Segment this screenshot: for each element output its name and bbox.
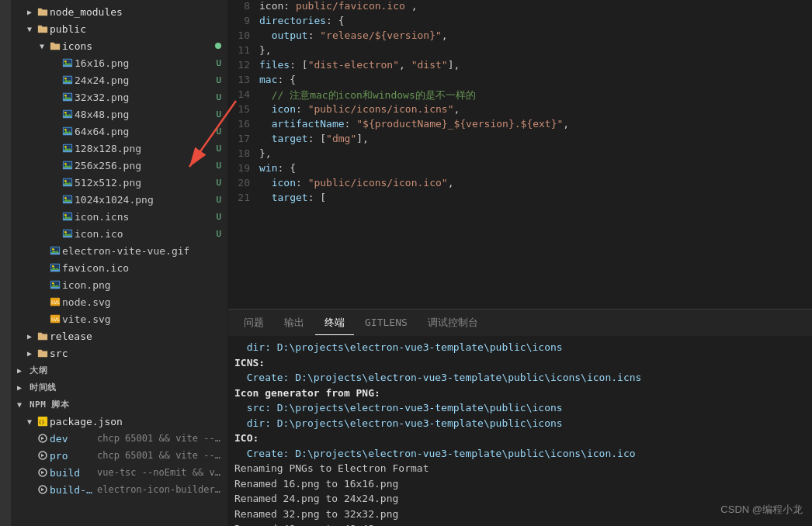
file-label: 24x24.png	[75, 74, 213, 86]
tree-item-24x24[interactable]: 24x24.pngU	[11, 71, 227, 88]
git-badge: U	[216, 144, 221, 154]
code-line-20: 20 icon: "public/icons/icon.ico",	[228, 177, 812, 192]
tree-item-node_modules[interactable]: ▶node_modules	[11, 3, 227, 20]
tree-item-icon_icns[interactable]: icon.icnsU	[11, 208, 227, 225]
folder-arrow: ▶	[23, 332, 36, 341]
tree-item-64x64[interactable]: 64x64.pngU	[11, 123, 227, 140]
script-cmd: vue-tsc --noEmit && vite build && electr…	[97, 467, 221, 478]
dot-badge	[215, 43, 221, 49]
tree-item-node_svg[interactable]: SVGnode.svg	[11, 293, 227, 310]
tree-item-icon_png[interactable]: icon.png	[11, 276, 227, 293]
line-code: win: {	[259, 162, 296, 174]
timeline-arrow: ▶	[17, 383, 26, 392]
tree-item-32x32[interactable]: 32x32.pngU	[11, 88, 227, 106]
sidebar-tree: ▶node_modules▼public▼icons16x16.pngU24x2…	[11, 0, 227, 526]
tree-item-release[interactable]: ▶release	[11, 327, 227, 344]
file-icon-png	[61, 124, 75, 138]
npm-package-json[interactable]: ▼ {} package.json	[11, 413, 227, 430]
file-label: public	[50, 23, 221, 35]
activity-bar	[0, 0, 11, 526]
file-label: electron-vite-vue.gif	[62, 245, 221, 257]
tab-terminal[interactable]: 终端	[315, 311, 354, 335]
npm-script-pro[interactable]: pro chcp 65001 && vite --mode production	[11, 447, 227, 464]
file-icon-folder	[36, 346, 50, 360]
file-label: src	[50, 348, 221, 359]
tree-item-vite_svg[interactable]: SVGvite.svg	[11, 310, 227, 327]
npm-script-build[interactable]: build vue-tsc --noEmit && vite build && …	[11, 464, 227, 481]
file-icon-png	[61, 73, 75, 87]
file-icon-ico	[61, 227, 75, 241]
npm-script-dev[interactable]: dev chcp 65001 && vite --mode developmen…	[11, 430, 227, 447]
line-number: 15	[234, 103, 259, 115]
terminal-line: src: D:\projects\electron-vue3-template\…	[234, 400, 806, 416]
file-label: 1024x1024.png	[75, 194, 213, 206]
git-badge: U	[216, 58, 221, 68]
tree-item-1024x1024[interactable]: 1024x1024.pngU	[11, 191, 227, 208]
terminal-line: Icon generator from PNG:	[234, 386, 806, 401]
code-line-17: 17 target: ["dmg"],	[228, 133, 812, 147]
line-number: 8	[234, 0, 259, 12]
tree-item-256x256[interactable]: 256x256.pngU	[11, 157, 227, 174]
tree-item-src[interactable]: ▶src	[11, 344, 227, 362]
folder-arrow: ▼	[23, 25, 36, 33]
code-line-9: 9directories: {	[228, 15, 812, 29]
line-number: 11	[234, 44, 259, 56]
git-badge: U	[216, 75, 221, 85]
terminal-line: dir: D:\projects\electron-vue3-template\…	[234, 416, 806, 431]
script-cmd: chcp 65001 && vite --mode production	[97, 450, 221, 461]
file-icon-png	[61, 90, 75, 104]
tree-item-512x512[interactable]: 512x512.pngU	[11, 174, 227, 191]
tab-debug[interactable]: 调试控制台	[418, 311, 488, 335]
git-badge: U	[216, 109, 221, 119]
tree-item-16x16[interactable]: 16x16.pngU	[11, 54, 227, 71]
panel: 问题 输出 终端 GITLENS 调试控制台 dir: D:\projects\…	[228, 309, 812, 526]
tree-item-public[interactable]: ▼public	[11, 20, 227, 37]
script-name: dev	[50, 433, 94, 445]
script-name: build	[50, 467, 94, 479]
svg-text:SVG: SVG	[51, 317, 60, 322]
tab-problems[interactable]: 问题	[234, 311, 273, 335]
line-code: mac: {	[259, 74, 296, 85]
file-label: icon.ico	[75, 228, 213, 240]
line-number: 16	[234, 118, 259, 130]
line-number: 21	[234, 192, 259, 203]
terminal-line: dir: D:\projects\electron-vue3-template\…	[234, 340, 806, 355]
script-name: build-icon	[50, 484, 94, 496]
outline-section[interactable]: ▶ 大纲	[11, 362, 227, 379]
tree-item-electron_vite_vue[interactable]: electron-vite-vue.gif	[11, 242, 227, 259]
line-number: 9	[234, 15, 259, 26]
file-label: 512x512.png	[75, 177, 213, 189]
line-code: files: ["dist-electron", "dist"],	[259, 59, 460, 71]
file-icon-png	[48, 278, 62, 292]
tree-item-48x48[interactable]: 48x48.pngU	[11, 106, 227, 123]
tree-item-favicon_ico[interactable]: favicon.ico	[11, 259, 227, 276]
npm-script-build-icon[interactable]: build-icon electron-icon-builder --input…	[11, 481, 227, 498]
tree-item-icons[interactable]: ▼icons	[11, 37, 227, 54]
tab-output[interactable]: 输出	[275, 311, 314, 335]
line-number: 17	[234, 133, 259, 144]
terminal-line: ICO:	[234, 431, 806, 446]
line-code: directories: {	[259, 15, 345, 26]
line-code: target: [	[259, 192, 326, 203]
npm-section[interactable]: ▼ NPM 脚本	[11, 396, 227, 413]
file-icon-png	[61, 56, 75, 70]
script-icon	[36, 431, 50, 445]
pkg-arrow: ▼	[23, 417, 36, 426]
panel-tabs: 问题 输出 终端 GITLENS 调试控制台	[228, 310, 812, 337]
line-code: output: "release/${version}",	[259, 29, 448, 41]
outline-arrow: ▶	[17, 366, 26, 375]
git-badge: U	[216, 92, 221, 102]
line-code: artifactName: "${productName}_${version}…	[259, 118, 569, 130]
line-code: },	[259, 147, 272, 159]
timeline-section[interactable]: ▶ 时间线	[11, 379, 227, 396]
file-icon-png	[61, 107, 75, 121]
file-label: release	[50, 330, 221, 342]
line-code: target: ["dmg"],	[259, 133, 369, 144]
pkg-label: package.json	[50, 416, 221, 427]
tab-gitlens[interactable]: GITLENS	[356, 312, 417, 334]
folder-arrow: ▶	[23, 8, 36, 16]
file-icon-folder	[36, 329, 50, 343]
script-icon	[36, 483, 50, 497]
tree-item-128x128[interactable]: 128x128.pngU	[11, 140, 227, 157]
tree-item-icon_ico[interactable]: icon.icoU	[11, 225, 227, 242]
